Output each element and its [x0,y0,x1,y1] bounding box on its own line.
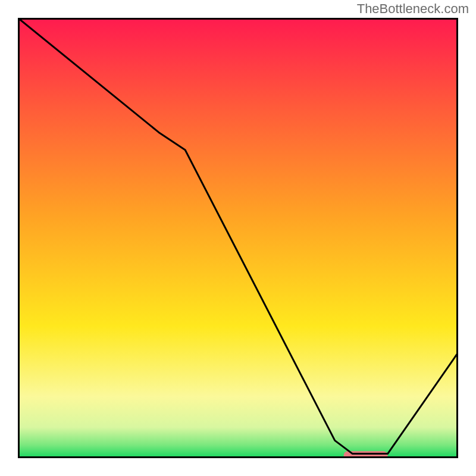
chart-svg [18,18,458,458]
gradient-background [18,18,458,458]
watermark-text: TheBottleneck.com [357,1,469,17]
plot-area [18,18,458,458]
chart-container: TheBottleneck.com [0,0,476,476]
